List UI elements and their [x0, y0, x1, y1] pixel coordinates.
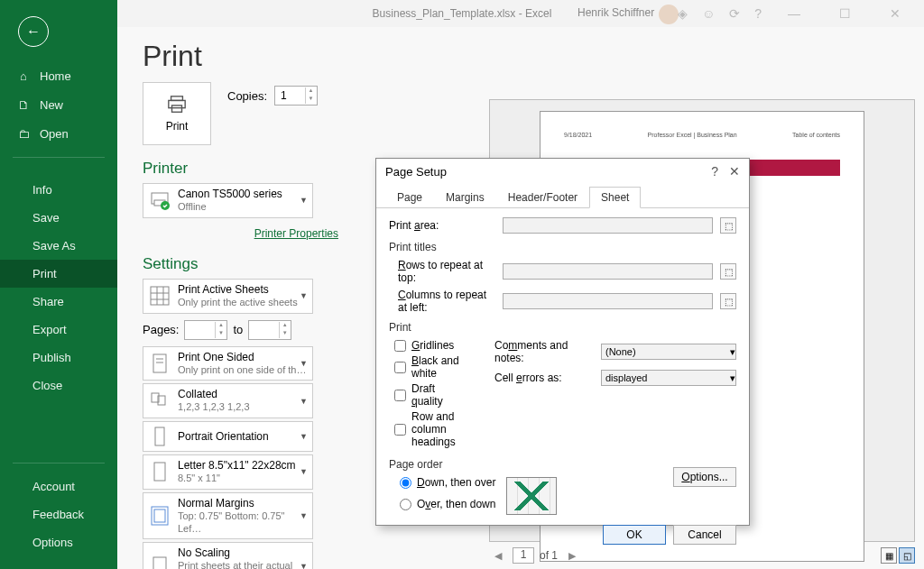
home-icon: ⌂ — [16, 69, 31, 83]
show-margins-button[interactable]: ▦ — [881, 547, 897, 564]
page-icon — [149, 353, 171, 374]
dialog-help-button[interactable]: ? — [711, 164, 718, 179]
sync-icon[interactable]: ⟳ — [729, 6, 740, 21]
sidebar-new[interactable]: 🗋New — [0, 90, 117, 119]
sidebar-home[interactable]: ⌂Home — [0, 61, 117, 90]
sidebar-account[interactable]: Account — [0, 473, 117, 500]
tab-header-footer[interactable]: Header/Footer — [496, 187, 589, 208]
sides-dropdown[interactable]: Print One SidedOnly print on one side of… — [143, 346, 313, 381]
diamond-icon[interactable]: ◈ — [678, 6, 688, 21]
help-icon[interactable]: ? — [754, 6, 762, 21]
options-button[interactable]: Options... — [673, 467, 736, 487]
sidebar-print[interactable]: Print — [0, 260, 117, 288]
print-what-dropdown[interactable]: Print Active SheetsOnly print the active… — [143, 279, 313, 314]
back-button[interactable]: ← — [18, 16, 49, 47]
sidebar-save[interactable]: Save — [0, 204, 117, 232]
tab-margins[interactable]: Margins — [434, 187, 496, 208]
sidebar-close[interactable]: Close — [0, 372, 117, 399]
close-button[interactable]: ✕ — [877, 1, 913, 26]
comments-select[interactable]: (None)▾ — [601, 344, 736, 360]
sidebar-feedback[interactable]: Feedback — [0, 500, 117, 528]
page-title: Print — [117, 27, 924, 82]
sidebar-saveas[interactable]: Save As — [0, 232, 117, 260]
user-name: Henrik Schiffner — [578, 6, 654, 19]
headings-checkbox[interactable]: Row and column headings — [389, 410, 467, 448]
errors-label: Cell errors as: — [494, 372, 594, 384]
smiley-icon[interactable]: ☺ — [702, 6, 715, 21]
print-area-label: Print area: — [389, 219, 495, 232]
sidebar-publish[interactable]: Publish — [0, 344, 117, 372]
sheets-icon — [149, 285, 171, 307]
cols-repeat-range-button[interactable]: ⬚ — [720, 293, 736, 309]
comments-label: Comments and notes: — [494, 339, 594, 364]
cancel-button[interactable]: Cancel — [673, 525, 736, 545]
sidebar-info[interactable]: Info — [0, 176, 117, 204]
open-icon: 🗀 — [16, 126, 31, 141]
maximize-button[interactable]: ☐ — [827, 1, 863, 26]
sidebar-share[interactable]: Share — [0, 288, 117, 316]
page-order-diagram-icon — [506, 477, 557, 515]
ok-button[interactable]: OK — [603, 525, 666, 545]
orientation-dropdown[interactable]: Portrait Orientation ▼ — [143, 421, 313, 452]
print-button[interactable]: Print — [143, 82, 211, 145]
over-then-down-radio[interactable]: Over, then down — [394, 498, 495, 510]
avatar[interactable] — [659, 5, 679, 24]
pages-to-input[interactable]: ▲▼ — [248, 320, 291, 340]
rows-repeat-input[interactable] — [503, 263, 713, 280]
sidebar-options[interactable]: Options — [0, 528, 117, 556]
tab-page[interactable]: Page — [385, 187, 434, 208]
svg-rect-1 — [169, 100, 185, 107]
print-titles-label: Print titles — [389, 241, 736, 253]
minimize-button[interactable]: — — [776, 1, 812, 26]
pages-from-input[interactable]: ▲▼ — [184, 320, 227, 340]
margins-icon — [149, 505, 171, 527]
svg-rect-17 — [154, 463, 165, 481]
svg-rect-2 — [172, 106, 182, 112]
copies-label: Copies: — [227, 89, 267, 103]
printer-props-link[interactable]: Printer Properties — [254, 227, 338, 240]
scaling-dropdown[interactable]: 100 No ScalingPrint sheets at their actu… — [143, 542, 313, 569]
print-section-label: Print — [389, 321, 736, 334]
sidebar-export[interactable]: Export — [0, 316, 117, 344]
zoom-to-page-button[interactable]: ◱ — [899, 547, 915, 564]
collated-dropdown[interactable]: Collated1,2,3 1,2,3 1,2,3 ▼ — [143, 383, 313, 418]
errors-select[interactable]: displayed▾ — [601, 370, 736, 386]
bw-checkbox[interactable]: Black and white — [389, 354, 467, 380]
rows-repeat-label: Rows to repeat at top: — [389, 259, 495, 284]
dialog-close-button[interactable]: ✕ — [729, 164, 740, 179]
down-then-over-radio[interactable]: Down, then over — [394, 476, 495, 489]
svg-rect-19 — [154, 509, 165, 522]
svg-rect-6 — [151, 287, 169, 305]
new-icon: 🗋 — [16, 97, 31, 112]
svg-rect-11 — [153, 354, 166, 372]
page-setup-dialog: Page Setup ? ✕ Page Margins Header/Foote… — [375, 158, 750, 526]
svg-rect-16 — [155, 427, 164, 445]
draft-checkbox[interactable]: Draft quality — [389, 382, 467, 408]
pages-label: Pages: — [143, 323, 179, 336]
back-arrow-icon: ← — [26, 23, 41, 40]
print-area-range-button[interactable]: ⬚ — [720, 217, 736, 234]
cols-repeat-input[interactable] — [503, 293, 713, 309]
gridlines-checkbox[interactable]: Gridlines — [389, 339, 467, 352]
printer-device-icon — [149, 189, 171, 211]
dialog-title: Page Setup — [385, 165, 447, 179]
print-area-input[interactable] — [503, 217, 713, 234]
scaling-icon: 100 — [149, 555, 171, 570]
chevron-down-icon: ▼ — [300, 196, 308, 205]
copies-input[interactable]: 1 ▲▼ — [274, 86, 318, 106]
paper-size-dropdown[interactable]: Letter 8.5"x11" 22x28cm8.5" x 11" ▼ — [143, 454, 313, 490]
cols-repeat-label: Columns to repeat at left: — [389, 289, 495, 314]
printer-dropdown[interactable]: Canon TS5000 seriesOffline ▼ — [143, 183, 313, 218]
window-title: Business_Plan_Template.xlsx - Excel — [373, 7, 552, 20]
margins-dropdown[interactable]: Normal MarginsTop: 0.75" Bottom: 0.75" L… — [143, 492, 313, 540]
printer-icon — [164, 95, 189, 115]
portrait-icon — [149, 426, 171, 447]
collate-icon — [149, 390, 171, 412]
rows-repeat-range-button[interactable]: ⬚ — [720, 263, 736, 280]
sidebar-open[interactable]: 🗀Open — [0, 119, 117, 148]
svg-rect-0 — [171, 96, 183, 101]
papersize-icon — [149, 461, 171, 482]
tab-sheet[interactable]: Sheet — [589, 187, 641, 208]
